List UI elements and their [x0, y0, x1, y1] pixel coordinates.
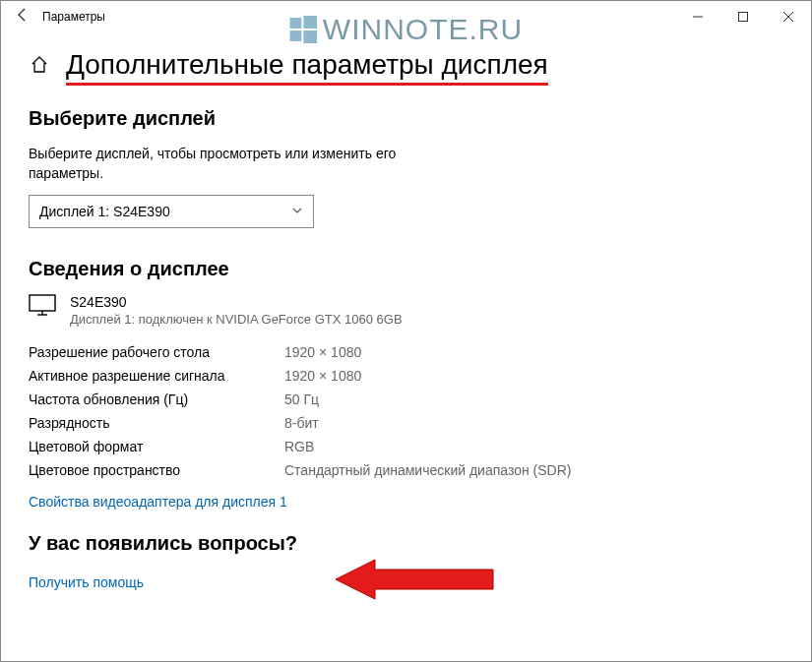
home-icon[interactable] [29, 54, 50, 76]
svg-marker-11 [336, 560, 493, 599]
display-properties-table: Разрешение рабочего стола1920 × 1080 Акт… [29, 340, 783, 482]
select-display-description: Выберите дисплей, чтобы просмотреть или … [29, 144, 422, 184]
table-row: Частота обновления (Гц)50 Гц [29, 388, 783, 411]
svg-rect-1 [739, 13, 748, 22]
minimize-button[interactable] [675, 1, 720, 32]
display-selector[interactable]: Дисплей 1: S24E390 [29, 195, 314, 228]
close-button[interactable] [766, 1, 811, 32]
monitor-subtitle: Дисплей 1: подключен к NVIDIA GeForce GT… [70, 312, 403, 327]
select-display-heading: Выберите дисплей [29, 107, 783, 130]
table-row: Активное разрешение сигнала1920 × 1080 [29, 364, 783, 388]
adapter-properties-link[interactable]: Свойства видеоадаптера для дисплея 1 [29, 494, 287, 510]
table-row: Разрешение рабочего стола1920 × 1080 [29, 340, 783, 364]
page-title: Дополнительные параметры дисплея [66, 48, 548, 82]
annotation-arrow [336, 555, 503, 608]
back-button[interactable] [9, 7, 36, 27]
table-row: Разрядность8-бит [29, 411, 783, 435]
svg-rect-5 [303, 16, 317, 29]
questions-heading: У вас появились вопросы? [29, 532, 783, 555]
table-row: Цветовое пространствоСтандартный динамич… [29, 458, 783, 482]
svg-rect-8 [30, 295, 55, 311]
get-help-link[interactable]: Получить помощь [29, 574, 144, 590]
monitor-icon [29, 294, 56, 320]
table-row: Цветовой форматRGB [29, 435, 783, 458]
display-selector-value: Дисплей 1: S24E390 [39, 204, 170, 219]
svg-rect-4 [289, 18, 301, 29]
display-info-heading: Сведения о дисплее [29, 258, 783, 280]
chevron-down-icon [291, 204, 303, 219]
window-title: Параметры [36, 10, 105, 24]
monitor-name: S24E390 [70, 294, 403, 310]
maximize-button[interactable] [720, 1, 766, 32]
